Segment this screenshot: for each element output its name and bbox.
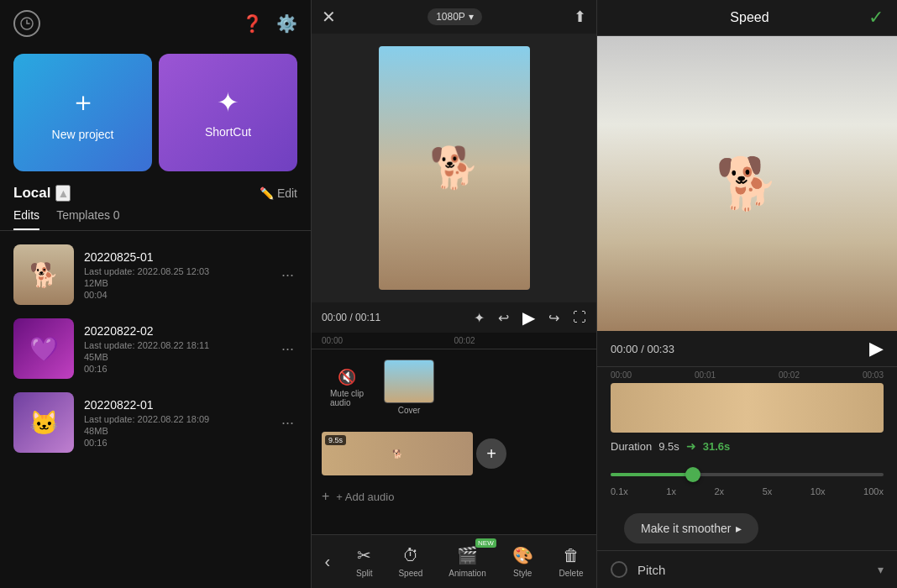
add-audio-row[interactable]: + + Add audio: [312, 482, 596, 511]
duration-info: Duration 9.5s ➜ 31.6s: [597, 433, 897, 459]
resolution-chevron-icon: ▾: [469, 11, 474, 23]
right-ruler: 00:00 00:01 00:02 00:03: [597, 366, 897, 383]
toolbar-split[interactable]: ✂ Split: [349, 542, 379, 581]
animation-icon: 🎬: [457, 545, 478, 565]
right-ruler-3: 00:03: [863, 370, 884, 380]
project-item[interactable]: 🐱 20220822-01 Last update: 2022.08.22 18…: [0, 386, 311, 459]
project-size-0: 12MB: [84, 278, 268, 288]
play-button[interactable]: ▶: [522, 307, 535, 328]
smoother-button[interactable]: Make it smoother ▸: [624, 513, 758, 543]
project-meta-0: Last update: 2022.08.25 12:03: [84, 266, 268, 276]
project-name-0: 20220825-01: [84, 250, 268, 264]
right-video-placeholder-image: 🐕: [597, 36, 897, 331]
smoother-chevron-icon: ▸: [736, 522, 742, 535]
speed-icon: ⏱: [402, 546, 419, 565]
speed-mark-5: 100x: [863, 486, 884, 496]
effects-button[interactable]: ✦: [474, 310, 485, 326]
resolution-label: 1080P: [436, 11, 465, 23]
duration-new: 31.6s: [703, 440, 731, 453]
edit-pencil-icon: ✏️: [260, 186, 274, 200]
project-item[interactable]: 💜 20220822-02 Last update: 2022.08.22 18…: [0, 312, 311, 386]
left-header: ❓ ⚙️: [0, 0, 311, 47]
tab-templates[interactable]: Templates 0: [56, 208, 119, 230]
settings-button[interactable]: ⚙️: [276, 13, 297, 34]
project-duration-1: 00:16: [84, 364, 268, 374]
style-label: Style: [513, 569, 532, 578]
animation-label: Animation: [448, 569, 485, 578]
toolbar-animation[interactable]: 🎬 NEW Animation: [442, 542, 492, 581]
project-info-1: 20220822-02 Last update: 2022.08.22 18:1…: [84, 324, 268, 374]
project-thumb-1: 💜: [13, 318, 74, 379]
toolbar-delete[interactable]: 🗑 Delete: [553, 543, 590, 581]
resolution-badge[interactable]: 1080P ▾: [428, 8, 482, 25]
export-button[interactable]: ⬆: [574, 8, 586, 26]
plus-icon: ＋: [70, 84, 97, 121]
ruler-mark-0: 00:00: [322, 336, 343, 345]
pitch-label: Pitch: [637, 563, 878, 577]
pitch-toggle[interactable]: [611, 561, 627, 578]
shortcut-card[interactable]: ✦ ShortCut: [159, 54, 297, 171]
rewind-button[interactable]: ↩: [498, 310, 509, 326]
help-button[interactable]: ❓: [242, 13, 263, 34]
right-play-button[interactable]: ▶: [869, 338, 884, 360]
close-button[interactable]: ✕: [322, 7, 336, 27]
mute-tool[interactable]: 🔇 Mute clipaudio: [322, 361, 372, 414]
cover-label: Cover: [398, 406, 421, 415]
speed-slider-thumb[interactable]: [685, 467, 700, 482]
more-button-0[interactable]: ···: [278, 263, 297, 287]
speed-marks: 0.1x 1x 2x 5x 10x 100x: [611, 483, 884, 500]
project-size-2: 48MB: [84, 426, 268, 436]
new-project-card[interactable]: ＋ New project: [13, 54, 152, 171]
project-info-2: 20220822-01 Last update: 2022.08.22 18:0…: [84, 398, 268, 448]
style-icon: 🎨: [512, 545, 533, 565]
right-clip: [611, 383, 884, 433]
cover-tool[interactable]: Cover: [375, 353, 443, 422]
right-timeline: [611, 383, 884, 433]
add-clip-button[interactable]: +: [476, 438, 506, 469]
fullscreen-button[interactable]: ⛶: [573, 310, 586, 325]
timeline-ruler: 00:00 00:02: [312, 333, 596, 349]
toolbar-speed[interactable]: ⏱ Speed: [391, 543, 429, 581]
edit-button[interactable]: ✏️ Edit: [260, 186, 297, 200]
project-item[interactable]: 🐕 20220825-01 Last update: 2022.08.25 12…: [0, 238, 311, 312]
smoother-label: Make it smoother: [641, 522, 731, 535]
shortcut-star-icon: ✦: [217, 87, 239, 118]
pitch-chevron-icon: ▾: [878, 563, 884, 576]
tab-edits[interactable]: Edits: [13, 208, 39, 230]
project-duration-2: 00:16: [84, 438, 268, 448]
speed-mark-4: 10x: [810, 486, 826, 496]
main-clip[interactable]: 9.5s 🐕: [322, 432, 473, 475]
speed-slider-track[interactable]: [611, 473, 884, 476]
delete-icon: 🗑: [563, 546, 580, 565]
left-panel: ❓ ⚙️ ＋ New project ✦ ShortCut Local ▲ ✏️…: [0, 0, 311, 588]
speed-mark-0: 0.1x: [611, 486, 628, 496]
new-badge: NEW: [475, 538, 496, 548]
add-audio-label: + Add audio: [336, 491, 394, 503]
sort-button[interactable]: ▲: [55, 185, 71, 202]
local-title-group: Local ▲: [13, 185, 71, 202]
project-meta-2: Last update: 2022.08.22 18:09: [84, 414, 268, 424]
confirm-button[interactable]: ✓: [868, 7, 884, 29]
project-meta-1: Last update: 2022.08.22 18:11: [84, 340, 268, 350]
middle-panel: ✕ 1080P ▾ ⬆ 🐕 00:00 / 00:11 ✦ ↩ ▶ ↪ ⛶ 00…: [311, 0, 596, 588]
duration-label: Duration: [611, 440, 652, 453]
new-project-label: New project: [52, 128, 114, 141]
right-ruler-0: 00:00: [611, 370, 632, 380]
more-button-1[interactable]: ···: [278, 337, 297, 361]
toolbar-back-button[interactable]: ‹: [317, 549, 337, 575]
speed-mark-3: 5x: [763, 486, 773, 496]
project-name-1: 20220822-02: [84, 324, 268, 338]
tool-track: 🔇 Mute clipaudio Cover: [312, 349, 596, 425]
delete-label: Delete: [559, 569, 584, 578]
toolbar-style[interactable]: 🎨 Style: [506, 542, 540, 581]
total-time: 00:11: [355, 312, 380, 323]
more-button-2[interactable]: ···: [278, 411, 297, 435]
forward-button[interactable]: ↪: [548, 310, 559, 326]
right-time-display: 00:00 / 00:33: [611, 343, 674, 355]
shortcut-label: ShortCut: [205, 125, 251, 139]
project-thumb-0: 🐕: [13, 244, 74, 305]
playback-bar: 00:00 / 00:11 ✦ ↩ ▶ ↪ ⛶: [312, 302, 596, 333]
right-total-time: 00:33: [647, 343, 674, 355]
header-icons: ❓ ⚙️: [242, 13, 297, 34]
local-header: Local ▲ ✏️ Edit: [0, 181, 311, 208]
